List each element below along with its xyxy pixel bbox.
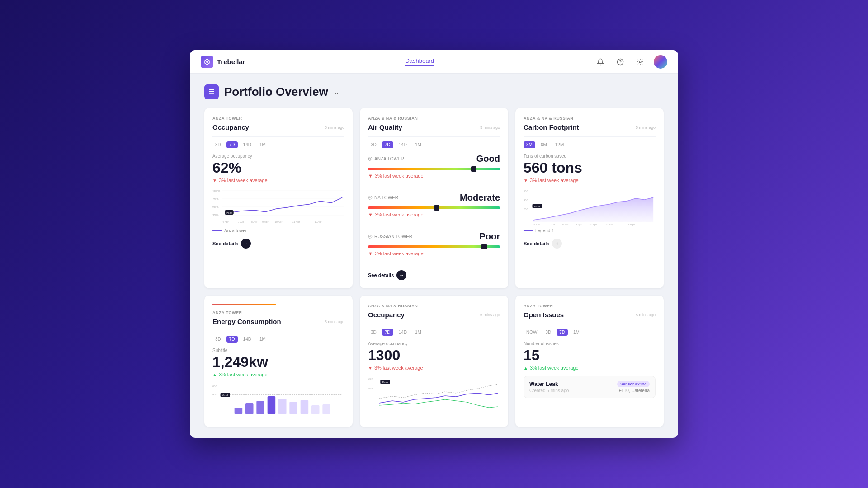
occupancy-time-filters: 3D 7D 14D 1M: [212, 141, 344, 148]
occupancy2-change: ▼ 3% last week average: [368, 365, 500, 371]
carbon-header: Carbon Footprint 5 mins ago: [524, 123, 656, 131]
occupancy-see-details[interactable]: See details →: [212, 239, 344, 249]
occupancy2-header: Occupancy 5 mins ago: [368, 311, 500, 319]
svg-text:12Apr: 12Apr: [315, 221, 322, 223]
issues-item[interactable]: Water Leak Created 5 mins ago Sensor #21…: [524, 376, 656, 398]
aq-filter-1m[interactable]: 1M: [412, 141, 424, 148]
occupancy-legend: Anza tower: [212, 228, 344, 233]
air-quality-time: 5 mins ago: [480, 125, 500, 130]
issues-filter-1m[interactable]: 1M: [571, 329, 582, 336]
energy-time: 5 mins ago: [325, 319, 344, 324]
occ2-filter-1m[interactable]: 1M: [412, 329, 424, 336]
avatar[interactable]: [654, 55, 667, 69]
app-window: Trebellar Dashboard Portfolio Overview: [190, 50, 678, 438]
aq-russian-header: RUSSIAN TOWER Poor: [368, 231, 500, 242]
aq-anza-status: Good: [476, 154, 500, 164]
svg-rect-51: [289, 402, 297, 414]
occupancy-chart: 100% 75% 50% 25% Peak: [212, 188, 344, 225]
energy-filter-1m[interactable]: 1M: [257, 336, 269, 343]
issues-time-filters: NOW 3D 7D 1M: [524, 329, 656, 336]
occupancy2-time-filters: 3D 7D 14D 1M: [368, 329, 500, 336]
energy-filter-14d[interactable]: 14D: [241, 336, 254, 343]
occ2-filter-7d[interactable]: 7D: [382, 329, 393, 336]
dropdown-arrow[interactable]: ⌄: [334, 88, 340, 96]
carbon-change: ▼ 3% last week average: [524, 178, 656, 183]
issues-change: ▲ 3% last week average: [524, 365, 656, 371]
carbon-legend-label: Legend 1: [535, 228, 554, 233]
svg-point-4: [639, 61, 641, 63]
aq-see-details-btn[interactable]: →: [396, 270, 406, 280]
see-details-btn[interactable]: →: [241, 239, 251, 249]
main-content: Portfolio Overview ⌄ ANZA TOWER Occupanc…: [190, 74, 678, 438]
carbon-see-details[interactable]: See details +: [524, 239, 656, 249]
svg-text:Goal: Goal: [222, 394, 228, 397]
occ2-filter-3d[interactable]: 3D: [368, 329, 379, 336]
energy-filter-3d[interactable]: 3D: [212, 336, 224, 343]
svg-text:8 Apr: 8 Apr: [251, 221, 258, 223]
svg-text:8 Apr: 8 Apr: [562, 223, 569, 226]
carbon-label: ANZA & NA & RUSSIAN: [524, 116, 656, 121]
help-icon[interactable]: [614, 56, 627, 68]
filter-7d[interactable]: 7D: [226, 141, 238, 148]
aq-filter-7d[interactable]: 7D: [382, 141, 393, 148]
aq-russian-change: ▼ 3% last week average: [368, 251, 500, 256]
cards-grid: ANZA TOWER Occupancy 5 mins ago 3D 7D 14…: [204, 108, 664, 427]
card-occupancy-title: Occupancy: [212, 123, 249, 131]
card-occupancy2: ANZA & NA & RUSSIAN Occupancy 5 mins ago…: [360, 296, 508, 427]
bell-icon[interactable]: [594, 56, 607, 68]
card-open-issues: ANZA TOWER Open Issues 5 mins ago NOW 3D…: [515, 296, 664, 427]
aq-see-details[interactable]: See details →: [368, 270, 500, 280]
aq-na-status: Moderate: [460, 192, 500, 203]
issues-header: Open Issues 5 mins ago: [524, 311, 656, 319]
svg-text:7 Apr: 7 Apr: [549, 223, 555, 226]
settings-icon[interactable]: [634, 56, 646, 68]
nav-dashboard[interactable]: Dashboard: [405, 57, 434, 66]
card-carbon: ANZA & NA & RUSSIAN Carbon Footprint 5 m…: [515, 108, 664, 288]
aq-russian-bar: [368, 245, 500, 248]
card-occupancy: ANZA TOWER Occupancy 5 mins ago 3D 7D 14…: [204, 108, 353, 288]
energy-chart: Goal 600 400: [212, 383, 344, 419]
card-occupancy-header: Occupancy 5 mins ago: [212, 123, 344, 131]
filter-3d[interactable]: 3D: [212, 141, 224, 148]
air-quality-header: Air Quality 5 mins ago: [368, 123, 500, 131]
aq-time-filters: 3D 7D 14D 1M: [368, 141, 500, 148]
page-header-icon: [204, 84, 219, 99]
energy-metric-label: Subtitle: [212, 348, 344, 353]
energy-header: Energy Consumption 5 mins ago: [212, 318, 344, 325]
svg-text:75%: 75%: [212, 197, 219, 201]
svg-text:200: 200: [524, 208, 528, 211]
svg-text:50%: 50%: [368, 387, 373, 390]
energy-filter-7d[interactable]: 7D: [226, 336, 238, 343]
issues-title: Open Issues: [524, 311, 564, 319]
svg-rect-7: [209, 93, 214, 94]
energy-red-bar: [212, 304, 276, 305]
occupancy-legend-label: Anza tower: [224, 228, 247, 233]
svg-text:50%: 50%: [212, 206, 219, 209]
logo-icon: [201, 56, 213, 68]
svg-rect-6: [209, 91, 214, 92]
filter-1m[interactable]: 1M: [257, 141, 269, 148]
carbon-see-details-btn[interactable]: +: [552, 239, 562, 249]
carbon-filter-12m[interactable]: 12M: [552, 141, 566, 148]
svg-point-1: [206, 61, 208, 63]
occupancy-down-arrow: ▼: [212, 178, 217, 183]
svg-text:12Apr: 12Apr: [628, 223, 635, 226]
carbon-filter-3m[interactable]: 3M: [524, 141, 535, 148]
aq-filter-14d[interactable]: 14D: [396, 141, 410, 148]
carbon-filter-6m[interactable]: 6M: [538, 141, 550, 148]
issues-filter-now[interactable]: NOW: [524, 329, 540, 336]
occupancy2-title: Occupancy: [368, 311, 405, 319]
svg-text:11 Apr: 11 Apr: [292, 221, 300, 223]
aq-anza-bar: [368, 168, 500, 170]
svg-text:Peak: Peak: [382, 381, 388, 384]
aq-filter-3d[interactable]: 3D: [368, 141, 379, 148]
issues-filter-3d[interactable]: 3D: [542, 329, 554, 336]
aq-row-na: NA TOWER Moderate ▼ 3% last week average: [368, 192, 500, 224]
issues-filter-7d[interactable]: 7D: [557, 329, 568, 336]
card-air-quality: ANZA & NA & RUSSIAN Air Quality 5 mins a…: [360, 108, 508, 288]
logo-name: Trebellar: [217, 58, 245, 66]
occupancy-metric-value: 62%: [212, 160, 344, 175]
occ2-filter-14d[interactable]: 14D: [396, 329, 410, 336]
legend-dot: [212, 230, 222, 231]
filter-14d[interactable]: 14D: [241, 141, 254, 148]
